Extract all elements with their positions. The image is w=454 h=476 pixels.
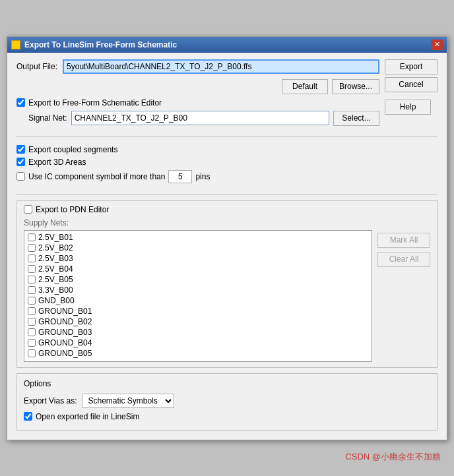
content-area: Output File: Default Browse... Export Ca… (7, 53, 447, 440)
signal-net-input[interactable] (71, 111, 329, 125)
browse-button[interactable]: Browse... (332, 79, 379, 94)
mark-all-button[interactable]: Mark All (377, 233, 430, 248)
default-browse-row: Default Browse... (16, 79, 379, 94)
freeform-checkbox[interactable] (16, 98, 25, 107)
options-title: Options (24, 379, 430, 388)
freeform-label: Export to Free-Form Schematic Editor (28, 98, 162, 107)
output-file-section: Output File: Default Browse... Export Ca… (16, 59, 438, 98)
title-bar: Export To LineSim Free-Form Schematic ✕ (7, 37, 447, 53)
list-item[interactable]: GND_B00 (26, 295, 370, 306)
default-button[interactable]: Default (282, 79, 328, 94)
list-item[interactable]: GROUND_B02 (26, 316, 370, 327)
pdn-section: Export to PDN Editor Supply Nets: 2.5V_B… (16, 200, 438, 368)
list-item[interactable]: 3.3V_B00 (26, 285, 370, 295)
coupled-row[interactable]: Export coupled segments (16, 145, 438, 154)
freeform-checkbox-row[interactable]: Export to Free-Form Schematic Editor (16, 98, 379, 107)
output-file-left: Output File: Default Browse... (16, 59, 379, 98)
divider1 (16, 136, 438, 137)
list-item[interactable]: GROUND_B05 (26, 348, 370, 359)
ic-row: Use IC component symbol if more than pin… (16, 170, 438, 183)
areas-row[interactable]: Export 3D Areas (16, 158, 438, 167)
list-item[interactable]: GROUND_B01 (26, 306, 370, 316)
pins-input[interactable] (168, 170, 192, 183)
clear-all-button[interactable]: Clear All (377, 252, 430, 267)
output-file-input[interactable] (63, 59, 379, 74)
output-file-label: Output File: (16, 62, 57, 71)
list-item[interactable]: GROUND_B03 (26, 327, 370, 338)
ic-label: Use IC component symbol if more than (28, 172, 165, 181)
watermark: CSDN @小幽余生不加糖 (345, 451, 441, 463)
open-linesim-checkbox[interactable] (24, 412, 32, 421)
divider2 (16, 194, 438, 195)
areas-checkbox[interactable] (16, 158, 25, 166)
pins-label: pins (195, 172, 210, 181)
export-vias-label: Export Vias as: (24, 396, 77, 405)
pdn-checkbox[interactable] (24, 205, 32, 214)
app-icon (11, 40, 20, 49)
pdn-content: 2.5V_B012.5V_B022.5V_B032.5V_B042.5V_B05… (24, 230, 430, 362)
list-item[interactable]: 2.5V_B02 (26, 243, 370, 253)
list-item[interactable]: 2.5V_B03 (26, 253, 370, 264)
export-options-section: Export coupled segments Export 3D Areas … (16, 142, 438, 189)
list-item[interactable]: 2.5V_B01 (26, 232, 370, 243)
window-title: Export To LineSim Free-Form Schematic (24, 40, 177, 49)
freeform-section: Export to Free-Form Schematic Editor Sig… (16, 98, 438, 131)
ic-checkbox[interactable] (16, 172, 25, 181)
open-linesim-row[interactable]: Open exported file in LineSim (24, 412, 430, 421)
top-right-buttons: Export Cancel (385, 59, 438, 98)
pdn-buttons: Mark All Clear All (377, 230, 430, 362)
open-linesim-label: Open exported file in LineSim (36, 412, 139, 421)
list-item[interactable]: 2.5V_B05 (26, 274, 370, 285)
supply-nets-label: Supply Nets: (24, 218, 430, 227)
coupled-checkbox[interactable] (16, 145, 25, 154)
cancel-button[interactable]: Cancel (385, 77, 438, 92)
coupled-label: Export coupled segments (28, 145, 117, 154)
pdn-label: Export to PDN Editor (36, 205, 109, 214)
export-vias-select[interactable]: Schematic SymbolsPhysical ViasNone (82, 394, 174, 408)
help-area: Help (385, 98, 438, 131)
areas-label: Export 3D Areas (28, 158, 86, 167)
signal-net-row: Signal Net: Select... (28, 111, 379, 126)
signal-net-label: Signal Net: (28, 113, 67, 123)
supply-list[interactable]: 2.5V_B012.5V_B022.5V_B032.5V_B042.5V_B05… (24, 230, 372, 362)
options-section: Options Export Vias as: Schematic Symbol… (16, 373, 438, 431)
title-bar-left: Export To LineSim Free-Form Schematic (11, 40, 177, 49)
pdn-header: Export to PDN Editor (24, 205, 430, 214)
export-button[interactable]: Export (385, 59, 438, 74)
export-vias-row: Export Vias as: Schematic SymbolsPhysica… (24, 394, 430, 408)
list-item[interactable]: 2.5V_B04 (26, 264, 370, 274)
help-button[interactable]: Help (385, 100, 431, 115)
close-button[interactable]: ✕ (431, 40, 443, 50)
list-item[interactable]: GROUND_B04 (26, 338, 370, 348)
select-button[interactable]: Select... (333, 111, 379, 126)
output-file-row: Output File: (16, 59, 379, 74)
main-window: Export To LineSim Free-Form Schematic ✕ … (7, 36, 447, 440)
freeform-left: Export to Free-Form Schematic Editor Sig… (16, 98, 379, 131)
